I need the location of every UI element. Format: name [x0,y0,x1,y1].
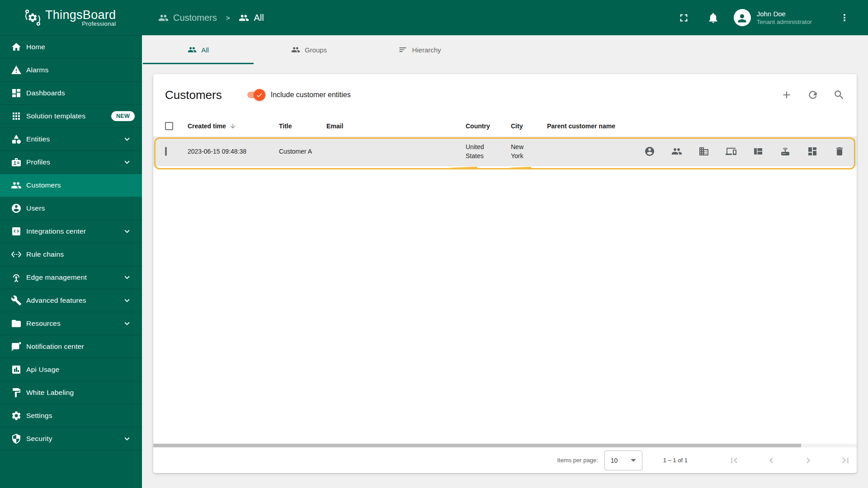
table-row[interactable]: 2023-06-15 09:48:38 Customer A United St… [153,136,857,166]
tab-groups[interactable]: Groups [254,35,364,64]
items-per-page-label: Items per page: [557,457,598,464]
more-vert-icon[interactable] [839,12,850,23]
breadcrumb-all[interactable]: All [254,13,264,23]
cell-country: United States [466,142,511,160]
solution-templates-icon [11,111,22,122]
manage-customer-edge-instances-button[interactable] [780,146,791,157]
tab-hierarchy[interactable]: Hierarchy [364,35,475,64]
sidebar-item-advanced-features[interactable]: Advanced features [0,289,142,312]
horizontal-scrollbar-thumb[interactable] [153,444,801,447]
manage-customer-assets-button[interactable] [698,146,709,157]
breadcrumb-separator: > [226,14,230,22]
sidebar-item-edge-management[interactable]: Edge management [0,266,142,289]
column-created-time[interactable]: Created time [188,122,279,130]
sidebar-item-home[interactable]: Home [0,36,142,59]
sort-desc-arrow-icon [229,122,236,130]
sidebar-item-label: Api Usage [26,366,59,374]
add-customer-button[interactable] [781,89,793,101]
sidebar-item-alarms[interactable]: Alarms [0,59,142,82]
select-all-checkbox[interactable] [165,122,173,130]
thingsboard-logo[interactable]: ThingsBoard Professional [0,0,142,35]
panel-actions [781,89,845,101]
customers-group-icon [158,13,169,23]
column-email[interactable]: Email [326,122,466,130]
sidebar-item-security[interactable]: Security [0,427,142,450]
manage-customer-devices-button[interactable] [726,146,736,157]
sidebar-item-label: Profiles [26,158,50,166]
user-role: Tenant administrator [757,19,812,25]
sidebar-item-solution-templates[interactable]: Solution templatesNEW [0,105,142,128]
new-badge: NEW [111,111,135,121]
sidebar-item-customers[interactable]: Customers [0,174,142,197]
column-city[interactable]: City [511,122,547,130]
country-underline-annotation [450,167,477,170]
sidebar-item-resources[interactable]: Resources [0,312,142,335]
paginator-controls [703,455,851,466]
chevron-down-icon [122,134,132,144]
tab-all[interactable]: All [143,35,254,64]
toggle-switch[interactable] [247,89,265,100]
refresh-button[interactable] [807,89,819,101]
sidebar-item-settings[interactable]: Settings [0,404,142,427]
group-icon [291,45,300,54]
next-page-button[interactable] [802,455,814,466]
horizontal-scrollbar-track [153,444,857,447]
user-name: John Doe [757,10,812,18]
sidebar-item-label: Home [26,43,45,51]
check-icon [256,92,263,99]
column-title[interactable]: Title [279,122,326,130]
sidebar-item-label: Dashboards [26,89,65,97]
notifications-bell-icon[interactable] [707,12,719,24]
cell-title: Customer A [279,147,326,156]
include-customer-entities-toggle[interactable]: Include customer entities [247,89,351,100]
person-icon [736,12,748,24]
sidebar-item-label: Users [26,204,45,212]
topbar: Customers > All John Doe Tenant administ… [142,0,868,35]
breadcrumb: Customers > All [158,13,264,23]
manage-customer-entity-views-button[interactable] [753,146,764,157]
app-name: ThingsBoard [45,9,116,21]
sidebar-item-api-usage[interactable]: Api Usage [0,358,142,381]
customers-group-icon [239,13,249,23]
column-parent-customer-name[interactable]: Parent customer name [547,122,857,130]
hierarchy-icon [398,45,407,54]
row-checkbox[interactable] [165,147,167,156]
sidebar-item-white-labeling[interactable]: White Labeling [0,381,142,404]
items-per-page-select[interactable]: 10 [604,450,642,470]
edge-management-icon [11,272,22,283]
sidebar-item-label: Resources [26,319,61,328]
sidebar-item-entities[interactable]: Entities [0,128,142,151]
sidebar-item-rule-chains[interactable]: Rule chains [0,243,142,266]
fullscreen-icon[interactable] [678,12,690,24]
first-page-button[interactable] [728,455,740,466]
notification-center-icon [11,341,22,352]
sidebar-item-integrations-center[interactable]: Integrations center [0,220,142,243]
row-actions [644,146,845,157]
paginator: Items per page: 10 1 – 1 of 1 [153,447,857,473]
delete-customer-button[interactable] [834,146,845,157]
chevron-down-icon [122,226,132,236]
resources-icon [11,318,22,329]
user-menu[interactable]: John Doe Tenant administrator [734,9,812,26]
manage-customers-button[interactable] [671,146,682,157]
advanced-features-icon [11,295,22,306]
last-page-button[interactable] [840,455,851,466]
column-country[interactable]: Country [466,122,511,130]
tab-label: Hierarchy [412,46,441,54]
sidebar-item-label: Solution templates [26,112,85,120]
breadcrumb-customers[interactable]: Customers [173,13,217,23]
chevron-down-icon [122,319,132,328]
chevron-down-icon [122,157,132,167]
sidebar-item-profiles[interactable]: Profiles [0,151,142,174]
items-per-page-value: 10 [611,457,618,464]
sidebar-item-label: Integrations center [26,227,86,235]
search-button[interactable] [833,89,845,101]
manage-customer-dashboards-button[interactable] [807,146,818,157]
sidebar-item-notification-center[interactable]: Notification center [0,335,142,358]
sidebar-item-users[interactable]: Users [0,197,142,220]
sidebar-item-dashboards[interactable]: Dashboards [0,82,142,105]
security-icon [11,433,22,444]
sidebar-item-label: Settings [26,412,52,420]
previous-page-button[interactable] [765,455,777,466]
manage-customer-users-button[interactable] [644,146,655,157]
